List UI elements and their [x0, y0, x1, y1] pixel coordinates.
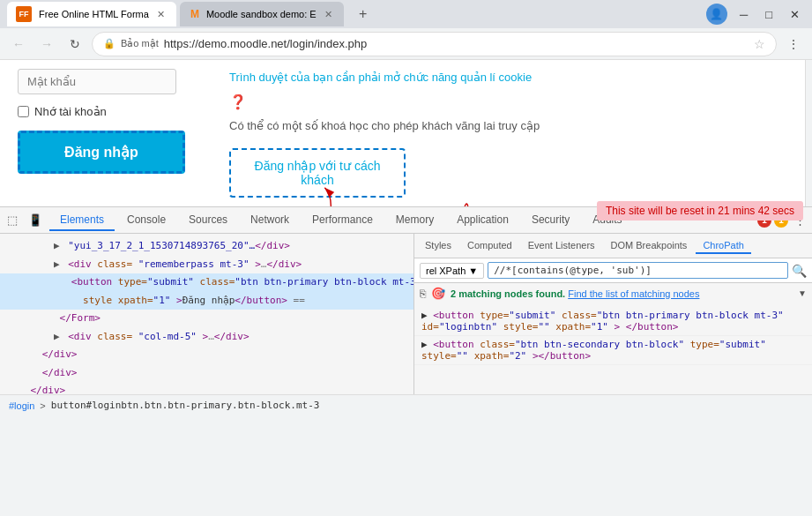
xpath-mode-dropdown[interactable]: rel XPath ▼: [420, 263, 484, 279]
tab-dom-breakpoints[interactable]: DOM Breakpoints: [604, 238, 695, 254]
window-controls: 👤 ─ □ ✕: [706, 4, 805, 25]
status-separator: >: [40, 400, 45, 411]
find-list-link[interactable]: Find the list of matching nodes: [568, 288, 699, 299]
restore-button[interactable]: □: [760, 6, 778, 23]
elem-line-7: </div>: [0, 346, 413, 364]
forward-button[interactable]: →: [35, 33, 58, 56]
tab-close-2[interactable]: ✕: [322, 7, 335, 22]
tab-security[interactable]: Security: [521, 210, 580, 231]
bookmark-icon[interactable]: ☆: [754, 37, 765, 51]
right-tabs: Styles Computed Event Listeners DOM Brea…: [414, 234, 812, 258]
remember-label: Nhớ tài khoản: [34, 105, 107, 118]
back-button[interactable]: ←: [7, 33, 30, 56]
tab-network[interactable]: Network: [240, 210, 300, 231]
tab-close-1[interactable]: ✕: [154, 7, 168, 22]
remember-row: Nhớ tài khoản: [18, 105, 194, 118]
reset-notice: This site will be reset in 21 mins 42 se…: [597, 201, 803, 221]
elem-line-8: </div>: [0, 364, 413, 383]
elem-line-4[interactable]: style xpath="1" >Đăng nhập</button> ==: [0, 292, 413, 310]
device-icon[interactable]: 📱: [26, 212, 44, 229]
page-scrollbar[interactable]: [805, 60, 812, 206]
tab-application[interactable]: Application: [446, 210, 519, 231]
tab-title-1: Free Online HTML Forma: [39, 9, 149, 19]
devtools-main: ▶ "yui_3_17_2_1_1530714893765_20"…</div>…: [0, 234, 812, 394]
guest-info-text: Có thể có một số khoá học cho phép khách…: [229, 117, 794, 135]
address-bar: ← → ↻ 🔒 Bảo mật https://demo.moodle.net/…: [0, 28, 812, 60]
xpath-result-row: ⎘ 🎯 2 matching nodes found. Find the lis…: [420, 287, 807, 300]
xpath-bar: rel XPath ▼ 🔍: [414, 258, 812, 283]
lock-icon: 🔒: [103, 38, 115, 49]
login-button[interactable]: Đăng nhập: [18, 131, 185, 174]
right-panel: Styles Computed Event Listeners DOM Brea…: [414, 234, 812, 394]
cookie-info-text: Trình duyệt của bạn cần phải mở chức năn…: [229, 69, 794, 86]
elements-panel: ▶ "yui_3_17_2_1_1530714893765_20"…</div>…: [0, 234, 414, 394]
elem-line-2: ▶ <div class= "rememberpass mt-3" >…</di…: [0, 256, 413, 274]
match-count: 2 matching nodes found.: [451, 288, 565, 299]
result-text: 2 matching nodes found. Find the list of…: [451, 288, 699, 299]
tab-moodle[interactable]: M Moodle sandbox demo: E ✕: [180, 2, 344, 26]
minimize-button[interactable]: ─: [734, 6, 753, 23]
guest-login-button[interactable]: Đăng nhập với tư cách khách: [229, 148, 406, 198]
tab-title-2: Moodle sandbox demo: E: [206, 9, 317, 19]
devtools-panel: ⬚ 📱 Elements Console Sources Network Per…: [0, 206, 812, 394]
chevron-down-icon: ▼: [468, 265, 478, 276]
triangle-icon-2: ▶: [54, 258, 60, 273]
form-section: Mật khẩu Nhớ tài khoản Đăng nhập: [18, 69, 194, 198]
xpath-node-2: ▶ <button class="btn btn-secondary btn-b…: [414, 336, 812, 365]
xpath-result-area: ⎘ 🎯 2 matching nodes found. Find the lis…: [414, 283, 812, 307]
elem-line-5: </Form>: [0, 310, 413, 328]
search-icon[interactable]: 🔍: [792, 264, 807, 278]
xpath-node-1: ▶ <button type="submit" class="btn btn-p…: [414, 307, 812, 336]
scroll-down-icon[interactable]: ▼: [798, 288, 807, 298]
extensions-icon[interactable]: ⋮: [782, 33, 805, 56]
elem-line-1: ▶ "yui_3_17_2_1_1530714893765_20"…</div>: [0, 237, 413, 256]
help-icon: ❓: [229, 93, 794, 110]
target-icon[interactable]: 🎯: [431, 287, 445, 300]
new-tab-button[interactable]: +: [351, 2, 376, 26]
title-bar: FF Free Online HTML Forma ✕ M Moodle san…: [0, 0, 812, 28]
tab-elements[interactable]: Elements: [49, 210, 115, 231]
page-viewport: Mật khẩu Nhớ tài khoản Đăng nhập Trình d…: [0, 60, 812, 206]
close-window-button[interactable]: ✕: [785, 6, 805, 23]
copy-icon[interactable]: ⎘: [420, 288, 426, 300]
xpath-mode-label: rel XPath: [426, 265, 466, 276]
page-content: Mật khẩu Nhớ tài khoản Đăng nhập Trình d…: [0, 60, 812, 206]
security-text: Bảo mật: [121, 38, 159, 49]
elem-line-9: </div>: [0, 382, 413, 394]
tab-sources[interactable]: Sources: [178, 210, 238, 231]
info-section: Trình duyệt của bạn cần phải mở chức năn…: [229, 69, 794, 198]
tab-performance[interactable]: Performance: [302, 210, 384, 231]
xpath-node-list: ▶ <button type="submit" class="btn btn-p…: [414, 307, 812, 365]
tab-event-listeners[interactable]: Event Listeners: [521, 238, 602, 254]
reload-button[interactable]: ↻: [63, 33, 86, 56]
status-selector: button#loginbtn.btn.btn-primary.btn-bloc…: [51, 400, 320, 411]
tab-favicon-1: FF: [16, 6, 32, 22]
address-url[interactable]: https://demo.moodle.net/login/index.php: [164, 37, 749, 50]
profile-icon[interactable]: 👤: [706, 4, 727, 25]
address-input-wrap[interactable]: 🔒 Bảo mật https://demo.moodle.net/login/…: [92, 32, 777, 56]
tab-console[interactable]: Console: [116, 210, 176, 231]
tab-computed[interactable]: Computed: [460, 238, 519, 254]
status-bar: #login > button#loginbtn.btn.btn-primary…: [0, 394, 812, 415]
tab-chropath[interactable]: ChroPath: [696, 238, 750, 254]
tab-styles[interactable]: Styles: [418, 238, 458, 254]
tab-favicon-2: M: [189, 8, 201, 20]
xpath-input[interactable]: [488, 262, 788, 279]
triangle-icon-6: ▶: [54, 330, 60, 345]
status-hash[interactable]: #login: [9, 400, 34, 411]
remember-checkbox[interactable]: [18, 106, 29, 117]
tab-active[interactable]: FF Free Online HTML Forma ✕: [7, 2, 176, 26]
password-field: Mật khẩu: [18, 69, 194, 94]
password-input[interactable]: Mật khẩu: [18, 69, 176, 94]
tab-memory[interactable]: Memory: [385, 210, 444, 231]
triangle-icon: ▶: [54, 239, 60, 254]
elem-line-6: ▶ <div class= "col-md-5" >…</div>: [0, 328, 413, 347]
inspect-icon[interactable]: ⬚: [4, 212, 21, 229]
devtools-icons: ⬚ 📱: [4, 212, 44, 229]
elem-line-3[interactable]: <button type="submit" class="btn btn-pri…: [0, 273, 413, 292]
